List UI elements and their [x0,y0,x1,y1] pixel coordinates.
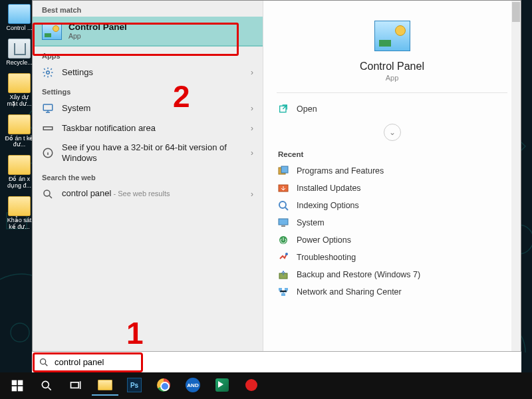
preview-pane: Control Panel App [263,1,521,88]
programs-icon [278,166,289,176]
preview-title: Control Panel [277,61,507,72]
taskbar-app-record[interactable] [238,376,265,396]
chrome-icon [157,378,170,392]
recent-programs-features[interactable]: Programs and Features [263,162,521,180]
svg-rect-26 [18,386,23,392]
chevron-right-icon: › [244,68,253,77]
indexing-icon [278,200,289,211]
recent-label: Recent [263,148,521,162]
svg-rect-11 [281,166,288,173]
recent-network[interactable]: Network and Sharing Center [263,283,521,301]
taskbar-search-button[interactable] [32,372,61,399]
svg-rect-24 [18,380,23,386]
best-match-sub: App [68,32,127,40]
svg-rect-6 [43,127,53,130]
expand-actions[interactable]: ⌄ [263,121,521,148]
desktop-icon-folder[interactable]: Khảo sát kế đư... [4,196,35,231]
taskbar: Ps AND [0,372,532,399]
taskbar-app-and[interactable]: AND [180,376,206,396]
record-icon [245,379,257,391]
chevron-right-icon: › [244,190,253,199]
chevron-right-icon: › [244,148,253,158]
svg-rect-21 [281,293,285,296]
svg-rect-15 [281,225,285,227]
taskbar-app-explorer[interactable] [92,376,118,396]
action-open[interactable]: Open [263,97,521,121]
svg-rect-23 [12,380,17,386]
search-input[interactable] [55,357,515,367]
and-icon: AND [186,378,200,392]
svg-point-17 [285,253,288,255]
svg-rect-14 [279,219,288,225]
svg-point-22 [41,358,46,364]
annotation-step-1: 1 [126,315,144,351]
recent-installed-updates[interactable]: Installed Updates [263,180,521,197]
control-panel-icon [374,21,410,51]
desktop-icon-folder[interactable]: Đồ án x dụng đ... [4,155,35,190]
search-box[interactable] [32,351,521,372]
chevron-down-icon: ⌄ [384,124,401,141]
svg-rect-20 [285,288,288,291]
search-icon [42,188,54,200]
recent-system[interactable]: System [263,214,521,231]
scrollbar[interactable] [511,1,521,372]
svg-rect-19 [279,288,282,291]
recent-power[interactable]: Power Options [263,231,521,249]
start-button[interactable] [3,372,32,399]
desktop-icon-recycle-bin[interactable]: Recycle... [4,39,35,66]
svg-rect-28 [71,382,79,388]
svg-rect-5 [43,104,53,110]
open-icon [278,104,289,114]
folder-icon [98,380,112,390]
annotation-step-2: 2 [173,78,190,114]
desktop-icon-control-panel[interactable]: Control ... [4,4,35,32]
svg-point-8 [44,190,50,196]
recent-backup[interactable]: Backup and Restore (Windows 7) [263,266,521,283]
task-view-button[interactable] [61,372,90,399]
result-32-64-bit[interactable]: See if you have a 32-bit or 64-bit versi… [33,138,263,168]
taskbar-icon [42,122,54,134]
control-panel-icon [42,23,62,40]
result-best-match[interactable]: Control Panel App [33,17,263,47]
updates-icon [278,183,289,194]
svg-rect-25 [12,386,17,392]
start-search-panel: Best match Control Panel App Apps Settin… [32,0,521,372]
info-icon [42,147,54,159]
section-web: Search the web [33,168,263,184]
preview-subtitle: App [277,74,507,82]
best-match-title: Control Panel [68,22,127,32]
recent-troubleshooting[interactable]: Troubleshooting [263,249,521,266]
taskbar-app-chrome[interactable] [150,376,177,396]
result-taskbar-notification[interactable]: Taskbar notification area › [33,118,263,138]
troubleshoot-icon [278,252,289,263]
chevron-right-icon: › [244,124,253,133]
system-icon [278,217,289,228]
monitor-icon [42,102,54,114]
power-icon [278,235,289,245]
taskbar-app-photoshop[interactable]: Ps [121,376,148,396]
svg-point-4 [47,71,50,74]
svg-point-27 [42,381,49,388]
section-apps: Apps [33,47,263,63]
taskbar-app-filmora[interactable] [209,376,235,396]
section-best-match: Best match [33,1,263,17]
svg-point-13 [279,201,286,208]
recent-indexing[interactable]: Indexing Options [263,197,521,214]
backup-icon [278,269,289,280]
network-icon [278,287,289,297]
chevron-right-icon: › [244,104,253,113]
desktop-icon-folder[interactable]: Xây dự mặt dư... [4,73,35,108]
gear-icon [42,66,54,78]
section-settings: Settings [33,82,263,98]
filmora-icon [215,378,229,392]
search-icon [39,357,49,368]
desktop-icon-folder[interactable]: Đồ án t kế đư... [4,114,35,149]
photoshop-icon: Ps [127,378,142,392]
svg-point-2 [11,323,29,342]
result-web-search[interactable]: control panel - See web results › [33,184,263,204]
result-system[interactable]: System › [33,98,263,118]
result-settings-app[interactable]: Settings › [33,63,263,82]
